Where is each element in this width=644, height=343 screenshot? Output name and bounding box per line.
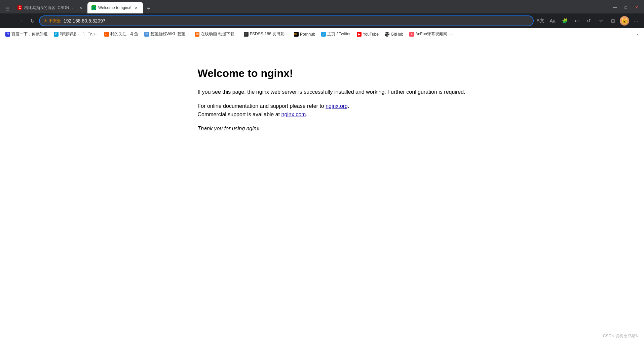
collections-icon: ⊟ <box>611 18 615 24</box>
bookmark-favicon-bilibili: B <box>54 32 59 37</box>
tab-title-csdn: 梅比乌斯N的博客_CSDN博客-领... <box>24 5 76 11</box>
close-button[interactable]: ✕ <box>632 3 641 12</box>
minimize-button[interactable]: — <box>610 3 620 12</box>
toolbar: ← → ↻ ⚠ 不安全 A文 Aa 🧩 ↩ <box>0 13 644 28</box>
back-history-button[interactable]: ↩ <box>571 15 582 26</box>
bookmark-favicon-twitter: 🐦 <box>321 32 326 37</box>
bookmark-favicon-fsdss: ✦ <box>244 32 249 37</box>
tab-title-nginx: Welcome to nginx! <box>98 5 131 10</box>
bookmark-favicon-github: ⌥ <box>385 32 389 37</box>
profile-avatar[interactable]: 🐱 <box>620 16 629 26</box>
browser-menu-button[interactable]: ☰ <box>3 4 12 13</box>
menu-icon: ☰ <box>5 6 10 11</box>
bookmark-twitter[interactable]: 🐦 主页 / Twitter <box>318 30 353 38</box>
bookmark-label-bilibili: 哔哩哔哩（゜-゜)つ... <box>60 31 98 37</box>
tab-nginx[interactable]: 🌐 Welcome to nginx! ✕ <box>87 2 143 13</box>
tab-favicon-nginx: 🌐 <box>91 5 96 10</box>
bookmark-baidu[interactable]: 百 百度一下，你就知道 <box>3 30 50 38</box>
refresh-icon: ↻ <box>30 18 35 24</box>
bookmark-github[interactable]: ⌥ GitHub <box>382 31 406 38</box>
watermark: CSDN @梅比乌斯N <box>603 333 639 339</box>
favorites-button[interactable]: ☆ <box>596 15 606 26</box>
maximize-button[interactable]: □ <box>621 3 631 12</box>
extensions-button[interactable]: 🧩 <box>559 15 570 26</box>
tab-bar-left: ☰ <box>3 4 12 13</box>
nginx-para2-post: . <box>306 112 307 117</box>
forward-icon: → <box>17 18 23 24</box>
reload-icon: ↺ <box>587 18 591 24</box>
bookmark-douyu[interactable]: 斗 我的关注 - 斗鱼 <box>102 30 141 38</box>
security-label: 不安全 <box>49 18 61 24</box>
bookmark-favicon-youtube: ▶ <box>357 32 362 37</box>
warning-icon: ⚠ <box>44 18 47 23</box>
back-icon: ← <box>5 18 11 24</box>
avatar-image: 🐱 <box>621 17 628 25</box>
page-title: Welcome to nginx! <box>198 67 473 80</box>
browser-window: ☰ C 梅比乌斯N的博客_CSDN博客-领... ✕ 🌐 Welcome to … <box>0 0 644 343</box>
nginx-paragraph-1: If you see this page, the nginx web serv… <box>198 88 473 96</box>
more-icon: ··· <box>634 18 638 24</box>
refresh-button[interactable]: ↻ <box>27 15 38 26</box>
tab-csdn[interactable]: C 梅比乌斯N的博客_CSDN博客-领... ✕ <box>13 2 87 13</box>
translate-icon: A文 <box>536 18 544 24</box>
bookmark-anime[interactable]: 动 在线动画 动漫下载... <box>192 30 240 38</box>
nginx-para2-mid: Commercial support is available at <box>198 112 281 117</box>
bookmark-blueline[interactable]: 碧 碧蓝航线WIKI_碧蓝... <box>142 30 192 38</box>
toolbar-right: A文 Aa 🧩 ↩ ↺ ☆ ⊟ 🐱 ··· <box>535 15 641 26</box>
nginx-paragraph-3: Thank you for using nginx. <box>198 124 473 133</box>
bookmark-label-fsdss: FSDSS-188 友田彩... <box>250 31 288 37</box>
tab-bar-right: — □ ✕ <box>154 3 642 13</box>
star-icon: ☆ <box>599 18 603 24</box>
reload-page-button[interactable]: ↺ <box>583 15 594 26</box>
new-tab-button[interactable]: + <box>144 4 154 13</box>
bookmark-acfun[interactable]: A AcFun弹幕视频网 -... <box>407 30 456 38</box>
bookmark-label-blueline: 碧蓝航线WIKI_碧蓝... <box>150 31 189 37</box>
forward-button[interactable]: → <box>15 15 26 26</box>
history-icon: ↩ <box>575 18 579 24</box>
translate-button[interactable]: A文 <box>535 15 546 26</box>
bookmark-favicon-acfun: A <box>409 32 414 37</box>
bookmark-pornhub[interactable]: PH Pornhub <box>291 31 318 38</box>
collections-button[interactable]: ⊟ <box>608 15 618 26</box>
bookmark-label-baidu: 百度一下，你就知道 <box>11 31 48 37</box>
tab-bar: ☰ C 梅比乌斯N的博客_CSDN博客-领... ✕ 🌐 Welcome to … <box>0 0 644 13</box>
bookmark-fsdss[interactable]: ✦ FSDSS-188 友田彩... <box>241 30 291 38</box>
bookmark-favicon-anime: 动 <box>195 32 199 37</box>
bookmark-label-douyu: 我的关注 - 斗鱼 <box>110 31 138 37</box>
nginx-org-link[interactable]: nginx.org <box>326 103 348 109</box>
nginx-para2-pre: For online documentation and support ple… <box>198 103 326 109</box>
bookmark-label-youtube: YouTube <box>363 32 379 37</box>
tab-close-nginx[interactable]: ✕ <box>134 5 139 10</box>
bookmark-label-anime: 在线动画 动漫下载... <box>201 31 237 37</box>
bookmark-favicon-baidu: 百 <box>5 32 10 37</box>
bookmark-label-github: GitHub <box>391 32 403 37</box>
address-input[interactable] <box>64 18 529 24</box>
bookmark-label-acfun: AcFun弹幕视频网 -... <box>415 31 453 37</box>
tab-favicon-csdn: C <box>17 5 22 10</box>
security-indicator: ⚠ 不安全 <box>44 18 61 24</box>
bookmarks-more-button[interactable]: › <box>633 30 641 38</box>
more-button[interactable]: ··· <box>631 15 641 26</box>
bookmark-label-pornhub: Pornhub <box>300 32 315 37</box>
bookmark-favicon-blueline: 碧 <box>144 32 149 37</box>
extensions-icon: 🧩 <box>562 18 568 24</box>
bookmark-favicon-douyu: 斗 <box>104 32 109 37</box>
bookmark-label-twitter: 主页 / Twitter <box>327 31 350 37</box>
nginx-paragraph-2: For online documentation and support ple… <box>198 102 473 119</box>
tab-close-csdn[interactable]: ✕ <box>78 5 83 10</box>
bookmark-favicon-pornhub: PH <box>294 32 299 37</box>
nginx-content: Welcome to nginx! If you see this page, … <box>171 67 473 133</box>
page-content: Welcome to nginx! If you see this page, … <box>0 40 644 343</box>
bookmark-youtube[interactable]: ▶ YouTube <box>354 31 381 38</box>
bookmarks-bar: 百 百度一下，你就知道 B 哔哩哔哩（゜-゜)つ... 斗 我的关注 - 斗鱼 … <box>0 28 644 40</box>
read-aloud-button[interactable]: Aa <box>547 15 558 26</box>
back-button[interactable]: ← <box>3 15 13 26</box>
address-bar[interactable]: ⚠ 不安全 <box>39 15 534 26</box>
nginx-com-link[interactable]: nginx.com <box>281 112 306 117</box>
bookmark-bilibili[interactable]: B 哔哩哔哩（゜-゜)つ... <box>51 30 101 38</box>
read-icon: Aa <box>550 18 555 24</box>
